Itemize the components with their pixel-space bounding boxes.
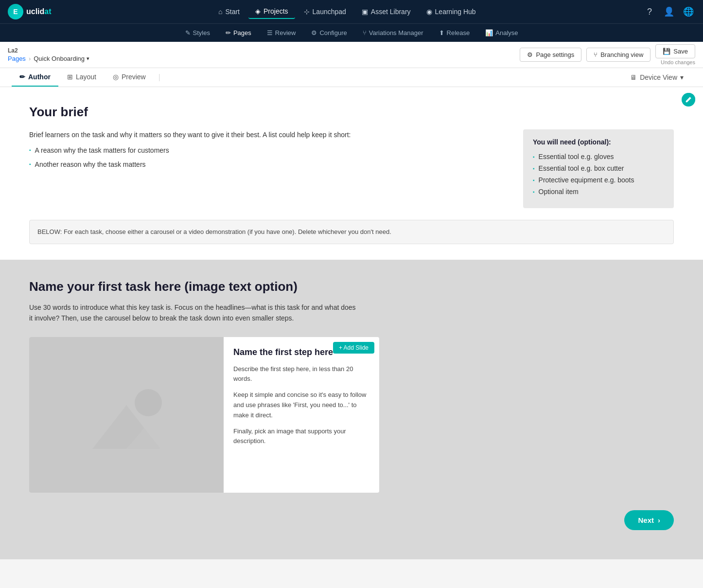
- below-note-text: BELOW: For each task, choose either a ca…: [29, 220, 674, 244]
- optional-items-list: Essential tool e.g. gloves Essential too…: [533, 153, 664, 196]
- nav-item-start[interactable]: ⌂ Start: [211, 5, 246, 18]
- edit-icon-top[interactable]: [682, 93, 695, 107]
- user-icon-button[interactable]: 👤: [662, 5, 676, 18]
- projects-icon: ◈: [255, 7, 261, 15]
- help-icon-button[interactable]: ?: [643, 5, 656, 18]
- logo-text: uclidat: [26, 7, 52, 16]
- breadcrumb-bar: La2 Pages › Quick Onboarding ▾ ⚙ Page se…: [0, 42, 703, 68]
- settings-icon: ⚙: [527, 51, 533, 58]
- rocket-icon: ⊹: [304, 8, 310, 16]
- gear-icon: ⚙: [311, 29, 317, 36]
- nav-item-asset-library[interactable]: ▣ Asset Library: [355, 5, 418, 18]
- breadcrumb: La2 Pages › Quick Onboarding ▾: [8, 47, 89, 62]
- carousel-text-panel: Name the first step here Describe the fi…: [224, 337, 379, 493]
- subnav-variations-manager[interactable]: ⑂ Variations Manager: [356, 27, 430, 38]
- optional-box-title: You will need (optional):: [533, 138, 664, 146]
- globe-icon-button[interactable]: 🌐: [682, 5, 695, 18]
- breadcrumb-pages-link[interactable]: Pages: [8, 55, 26, 62]
- bar-chart-icon: 📊: [485, 29, 493, 36]
- svg-point-0: [135, 389, 162, 416]
- tab-divider: |: [158, 73, 160, 82]
- paint-icon: ✎: [185, 29, 191, 36]
- tab-author[interactable]: ✏ Author: [12, 68, 58, 87]
- list-item: Protective equipment e.g. boots: [533, 176, 664, 184]
- nav-item-launchpad[interactable]: ⊹ Launchpad: [297, 5, 353, 18]
- eye-icon: ◎: [113, 73, 119, 81]
- nav-icon-group: ? 👤 🌐: [643, 5, 695, 18]
- carousel-step-desc-1: Describe the first step here, in less th…: [233, 364, 369, 385]
- nav-item-learning-hub[interactable]: ◉ Learning Hub: [420, 5, 483, 18]
- subnav-styles[interactable]: ✎ Styles: [178, 27, 217, 38]
- carousel-step-desc-3: Finally, pick an image that supports you…: [233, 427, 369, 447]
- chevron-right-icon: ›: [658, 516, 660, 524]
- task-section-description: Use 30 words to introduce what this key …: [29, 302, 360, 324]
- layout-icon: ⊞: [67, 73, 73, 81]
- release-icon: ⬆: [439, 29, 444, 36]
- carousel-card: + Add Slide Name the first step here Des…: [29, 337, 379, 493]
- breadcrumb-current-page: Quick Onboarding ▾: [34, 55, 89, 62]
- subnav-analyse[interactable]: 📊 Analyse: [478, 27, 525, 38]
- home-icon: ⌂: [218, 8, 222, 16]
- list-item: Optional item: [533, 188, 664, 196]
- carousel-image-placeholder[interactable]: [29, 337, 224, 493]
- branching-view-button[interactable]: ⑂ Branching view: [586, 48, 650, 62]
- device-view-selector[interactable]: 🖥 Device View ▾: [622, 69, 691, 86]
- page-settings-button[interactable]: ⚙ Page settings: [520, 48, 581, 62]
- task-section: Name your first task here (image text op…: [0, 260, 703, 560]
- next-button[interactable]: Next ›: [624, 510, 674, 530]
- list-item: Essential tool e.g. gloves: [533, 153, 664, 160]
- subnav-configure[interactable]: ⚙ Configure: [304, 27, 353, 38]
- sub-navigation: ✎ Styles ✏ Pages ☰ Review ⚙ Configure ⑂ …: [0, 23, 703, 42]
- top-navigation: E uclidat ⌂ Start ◈ Projects ⊹ Launchpad…: [0, 0, 703, 23]
- save-button[interactable]: 💾 Save: [655, 44, 695, 58]
- carousel-inner: Name the first step here Describe the fi…: [29, 337, 379, 493]
- monitor-icon: 🖥: [630, 73, 637, 81]
- breadcrumb-separator: ›: [29, 55, 31, 62]
- list-item: Essential tool e.g. box cutter: [533, 164, 664, 172]
- breadcrumb-project: La2: [8, 47, 89, 54]
- subnav-review[interactable]: ☰ Review: [260, 27, 303, 38]
- brief-layout: Brief learners on the task and why it ma…: [29, 129, 674, 208]
- next-button-wrapper: Next ›: [29, 510, 674, 530]
- logo-icon: E: [8, 4, 23, 19]
- main-nav: ⌂ Start ◈ Projects ⊹ Launchpad ▣ Asset L…: [211, 4, 483, 19]
- save-icon: 💾: [663, 48, 670, 55]
- undo-text[interactable]: Undo changes: [661, 59, 695, 65]
- asset-icon: ▣: [362, 8, 368, 16]
- brief-body-text: Brief learners on the task and why it ma…: [29, 129, 511, 140]
- header-actions: ⚙ Page settings ⑂ Branching view 💾 Save …: [520, 44, 695, 65]
- add-slide-button[interactable]: + Add Slide: [333, 342, 374, 354]
- below-note-wrapper: BELOW: For each task, choose either a ca…: [29, 220, 674, 244]
- tab-preview[interactable]: ◎ Preview: [105, 68, 154, 87]
- carousel-step-desc-2: Keep it simple and concise so it's easy …: [233, 390, 369, 420]
- learning-icon: ◉: [426, 8, 432, 16]
- pencil-icon: ✏: [226, 29, 231, 36]
- brief-section: Your brief Brief learners on the task an…: [0, 87, 703, 260]
- list-item: Another reason why the task matters: [29, 159, 511, 170]
- list-item: A reason why the task matters for custom…: [29, 145, 511, 156]
- brief-left-column: Brief learners on the task and why it ma…: [29, 129, 511, 173]
- tab-layout[interactable]: ⊞ Layout: [59, 68, 104, 87]
- brief-bullet-list: A reason why the task matters for custom…: [29, 145, 511, 170]
- review-icon: ☰: [267, 29, 273, 36]
- author-tabs: ✏ Author ⊞ Layout ◎ Preview | 🖥 Device V…: [0, 68, 703, 87]
- logo[interactable]: E uclidat: [8, 4, 52, 19]
- variations-icon: ⑂: [363, 29, 367, 36]
- chevron-down-icon: ▾: [87, 55, 89, 62]
- task-section-title: Name your first task here (image text op…: [29, 279, 674, 294]
- optional-box: You will need (optional): Essential tool…: [523, 129, 674, 208]
- pencil-tab-icon: ✏: [19, 73, 25, 81]
- nav-item-projects[interactable]: ◈ Projects: [248, 4, 295, 19]
- subnav-pages[interactable]: ✏ Pages: [219, 27, 258, 38]
- main-content: Your brief Brief learners on the task an…: [0, 87, 703, 588]
- branch-icon: ⑂: [594, 51, 598, 58]
- placeholder-image-svg: [78, 376, 175, 454]
- subnav-release[interactable]: ⬆ Release: [432, 27, 477, 38]
- chevron-down-tab-icon: ▾: [680, 73, 684, 81]
- brief-title: Your brief: [29, 105, 674, 120]
